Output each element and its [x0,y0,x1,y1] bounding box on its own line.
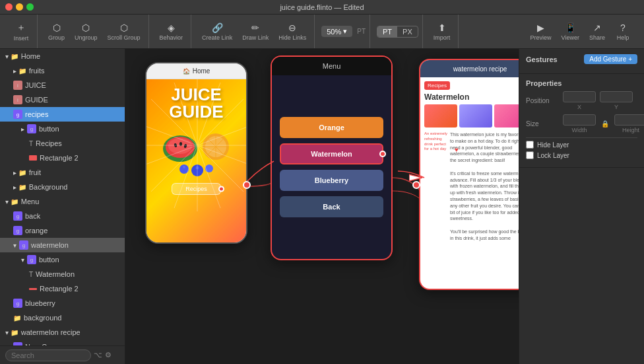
lock-layer-checkbox[interactable] [526,151,534,159]
sidebar-label-wm-button: button [39,256,59,264]
group-button[interactable]: ⬡ Group [44,20,69,44]
sidebar-item-back[interactable]: g back [0,209,125,223]
y-input[interactable] [600,91,633,102]
sidebar-item-home[interactable]: ▾ 📁 Home [0,49,125,63]
main-content: ▾ 📁 Home ▸ 📁 fruits i JUICE i GUIDE g re… [0,49,644,364]
chevron-icon: ▾ [21,256,24,264]
home-body: JUICEGUIDE [146,79,246,242]
search-icon: ⌥ [94,351,102,359]
sidebar-item-menu-bg[interactable]: 📁 background [0,310,125,325]
recipes-nav-item[interactable]: Recipes [424,81,450,90]
share-button[interactable]: ↗ Share [585,20,609,44]
hide-links-button[interactable]: ⊖ Hide Links [274,20,310,44]
sidebar-label-back: back [25,212,40,220]
search-input[interactable] [5,349,91,361]
sidebar-item-recipes[interactable]: g recipes [0,107,125,122]
sidebar-item-guide[interactable]: i GUIDE [0,92,125,107]
recipes-button[interactable]: Recipes [172,183,221,195]
sidebar-item-recipes-text[interactable]: T Recipes [0,136,125,151]
sidebar-item-fruit[interactable]: ▸ 📁 fruit [0,165,125,180]
help-button[interactable]: ? Help [611,20,635,44]
close-button[interactable] [5,3,13,11]
viewer-label: Viewer [562,34,579,41]
draw-link-button[interactable]: ✏ Draw Link [238,20,273,44]
window-title: juice guide.flinto — Edited [280,3,364,11]
zoom-chevron: ▾ [343,27,347,36]
ungroup-button[interactable]: ⬡ Ungroup [71,20,102,44]
svg-line-17 [174,83,197,145]
zoom-control[interactable]: 50% ▾ [321,26,352,37]
sidebar-label-fruits: fruits [29,67,45,75]
sidebar-item-background[interactable]: ▸ 📁 Background [0,180,125,194]
titlebar: juice guide.flinto — Edited [0,0,644,15]
help-icon: ? [620,22,626,33]
orange-button[interactable]: Orange [280,117,383,138]
minimize-button[interactable] [16,3,23,11]
unit-toggle[interactable]: PT PX [377,26,418,38]
divider [526,137,637,138]
sidebar-item-menu[interactable]: ▾ 📁 Menu [0,194,125,209]
behavior-button[interactable]: ◈ Behavior [156,20,187,44]
recipe-header: watermelon recipe [420,60,519,77]
canvas[interactable]: 🏠 Home [125,49,519,364]
home-header: 🏠 Home [146,63,246,79]
import-button[interactable]: ⬆ Import [430,20,455,44]
insert-button[interactable]: ＋ Insert [9,19,33,44]
svg-line-3 [197,99,243,145]
sidebar-item-wm-rect[interactable]: Rectangle 2 [0,281,125,296]
add-gesture-button[interactable]: Add Gesture + [584,54,637,64]
hide-layer-checkbox[interactable] [526,141,534,149]
recipe-main-text: This watermelon juice is my favorite thi… [450,131,519,242]
preview-button[interactable]: ▶ Preview [527,20,556,44]
recipe-content: An extremely refreshing drink perfect fo… [424,131,519,242]
home-status-icon: 🏠 [183,68,190,75]
sidebar-item-watermelon[interactable]: ▾ g watermelon [0,238,125,252]
sidebar-item-orange[interactable]: g orange [0,223,125,238]
folder-icon: ▾ 📁 [5,53,18,60]
px-unit[interactable]: PX [397,26,418,37]
maximize-button[interactable] [26,3,34,11]
viewer-button[interactable]: 📱 Viewer [558,20,583,44]
create-link-button[interactable]: 🔗 Create Link [198,20,236,44]
sidebar-item-wm-recipe[interactable]: ▾ 📁 watermelon recipe [0,325,125,340]
x-input[interactable] [563,91,596,102]
sidebar-item-fruits[interactable]: ▸ 📁 fruits [0,63,125,78]
sidebar-item-wm-button[interactable]: ▾ g button [0,252,125,267]
pt-unit[interactable]: PT [377,26,397,37]
behavior-icon: ◈ [168,22,175,33]
gestures-header: Gestures Add Gesture + [526,54,637,64]
sidebar-item-rect2[interactable]: Rectangle 2 [0,151,125,165]
height-input[interactable] [614,114,644,126]
sidebar-item-button1[interactable]: ▸ g button [0,122,125,136]
recipe-body: Recipes Watermelon An extremely refreshi… [420,77,519,289]
width-input[interactable] [563,114,596,126]
sidebar-item-new-group[interactable]: g New Group [0,340,125,346]
back-button[interactable]: Back [280,196,383,217]
preview-group: ▶ Preview 📱 Viewer ↗ Share ? Help [523,15,639,48]
sidebar-item-wm-text[interactable]: T Watermelon [0,267,125,281]
preview-icon: ▶ [537,22,544,33]
watermelon-button[interactable]: Watermelon [280,143,383,164]
selection-dot-menu [379,151,386,157]
height-inputs: Height [614,114,644,133]
behavior-group: ◈ Behavior [152,15,192,48]
zoom-label: PT [357,28,366,35]
scroll-group-button[interactable]: ⬡ Scroll Group [104,20,145,44]
menu-header: Menu [272,57,391,75]
blueberry-button[interactable]: Blueberry [280,170,383,191]
sidebar-item-juice[interactable]: i JUICE [0,78,125,92]
group-icon: ⬡ [53,22,61,33]
folder-icon: ▾ 📁 [5,198,18,205]
gestures-label: Gestures [526,55,558,63]
sidebar-label-recipes: recipes [25,110,48,118]
hide-layer-row: Hide Layer [526,141,637,149]
recipes-button-container: Recipes [172,183,221,195]
sidebar-item-blueberry[interactable]: g blueberry [0,296,125,310]
window-controls[interactable] [5,3,34,11]
insert-group: ＋ Insert [5,15,38,48]
size-row: Size Width 🔒 Height [526,114,637,133]
properties-section: Properties Position X Y Size Width [519,74,644,168]
settings-icon: ⚙ [105,351,112,359]
sidebar-label-menu: Menu [21,198,40,205]
sidebar-label-wm-rect: Rectangle 2 [40,285,79,293]
